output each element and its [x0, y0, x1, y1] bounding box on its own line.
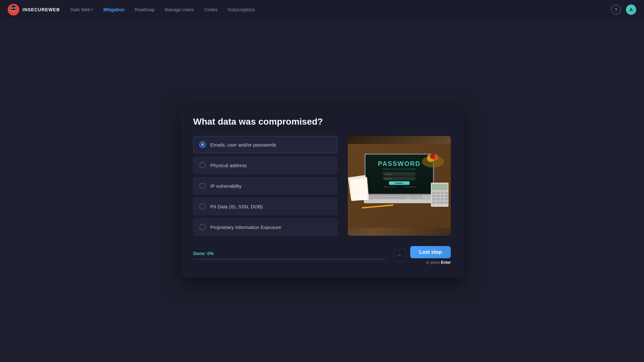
laptop-svg: PASSWORD CHANGE YOUR ACCOUNT OR EMAIL Us…	[348, 144, 451, 228]
svg-rect-35	[410, 197, 412, 198]
nav-right: ? A	[611, 5, 636, 15]
back-button[interactable]: ←	[393, 249, 406, 262]
svg-rect-67	[436, 198, 440, 201]
svg-rect-13	[374, 195, 377, 196]
svg-rect-21	[400, 195, 403, 196]
radio-emails	[199, 141, 206, 148]
logo-icon	[8, 4, 19, 15]
svg-rect-22	[403, 195, 406, 196]
svg-rect-62	[432, 195, 436, 197]
progress-section: Done: 0%	[193, 251, 386, 260]
radio-ip	[199, 183, 206, 189]
options-list: Emails, user and/or passwords Physical a…	[193, 136, 337, 236]
svg-rect-16	[384, 195, 387, 196]
svg-rect-20	[397, 195, 400, 196]
option-physical-label: Physical address	[210, 163, 247, 168]
svg-rect-38	[420, 197, 422, 198]
svg-rect-60	[440, 192, 444, 194]
svg-rect-17	[387, 195, 390, 196]
svg-text:CHANGE YOUR ACCOUNT OR EMAIL: CHANGE YOUR ACCOUNT OR EMAIL	[382, 168, 416, 170]
nav-links: Dark Web ▾ Mitigation Roadmap Manage Use…	[70, 7, 611, 12]
svg-point-76	[430, 154, 435, 159]
option-emails[interactable]: Emails, user and/or passwords	[193, 136, 337, 153]
svg-rect-19	[394, 195, 396, 196]
card-question: What data was compromised?	[193, 117, 451, 127]
svg-rect-31	[378, 197, 380, 198]
svg-rect-69	[445, 198, 448, 201]
svg-rect-65	[445, 195, 448, 197]
svg-rect-25	[413, 195, 416, 196]
svg-point-4	[12, 7, 13, 8]
option-physical[interactable]: Physical address	[193, 157, 337, 174]
svg-rect-58	[432, 192, 436, 194]
laptop-illustration: PASSWORD CHANGE YOUR ACCOUNT OR EMAIL Us…	[348, 136, 451, 236]
svg-rect-64	[440, 195, 444, 197]
svg-rect-37	[416, 197, 419, 198]
option-emails-label: Emails, user and/or passwords	[210, 142, 276, 148]
svg-rect-15	[381, 195, 384, 196]
svg-rect-71	[436, 201, 444, 204]
svg-rect-34	[387, 197, 407, 198]
svg-point-5	[14, 7, 15, 8]
nav-codes[interactable]: Codes	[204, 7, 217, 12]
option-pii-label: PII Data (ID, SSN, DOB)	[210, 204, 263, 209]
svg-rect-14	[378, 195, 380, 196]
svg-rect-61	[445, 192, 448, 194]
radio-proprietary	[199, 224, 206, 230]
svg-rect-12	[371, 195, 374, 196]
main-content: What data was compromised? Emails, user …	[0, 19, 644, 362]
footer-actions: Last step or press Enter	[410, 246, 451, 265]
svg-rect-66	[432, 198, 436, 201]
radio-physical	[199, 162, 206, 168]
avatar[interactable]: A	[626, 5, 636, 15]
svg-text:Password: Password	[385, 178, 392, 180]
footer-nav: ← Last step or press Enter	[393, 246, 451, 265]
card-footer: Done: 0% ← Last step or press Enter	[193, 246, 451, 265]
svg-rect-59	[436, 192, 440, 194]
svg-rect-68	[440, 198, 444, 201]
svg-text:Forgot Password?: Forgot Password?	[404, 186, 416, 188]
logo[interactable]: INSECUREWEB	[8, 4, 60, 15]
chevron-down-icon: ▾	[91, 8, 93, 11]
svg-rect-27	[420, 195, 422, 196]
card: What data was compromised? Emails, user …	[180, 104, 464, 278]
card-body: Emails, user and/or passwords Physical a…	[193, 136, 451, 236]
svg-rect-29	[371, 197, 374, 198]
done-label: Done: 0%	[193, 251, 386, 256]
option-pii[interactable]: PII Data (ID, SSN, DOB)	[193, 198, 337, 215]
svg-rect-26	[416, 195, 419, 196]
logo-text: INSECUREWEB	[23, 7, 60, 12]
option-proprietary-label: Proprietary Information Exposure	[210, 224, 281, 230]
svg-rect-63	[436, 195, 440, 197]
svg-rect-72	[445, 201, 448, 204]
last-step-button[interactable]: Last step	[410, 246, 451, 258]
progress-bar	[193, 259, 386, 260]
svg-rect-30	[374, 197, 377, 198]
option-ip-label: IP vulnerability	[210, 183, 242, 189]
svg-rect-24	[410, 195, 412, 196]
svg-rect-57	[432, 184, 448, 190]
back-icon: ←	[397, 252, 402, 258]
svg-rect-36	[413, 197, 416, 198]
navbar: INSECUREWEB Dark Web ▾ Mitigation Roadma…	[0, 0, 644, 19]
svg-rect-55	[350, 179, 367, 201]
help-button[interactable]: ?	[611, 5, 621, 14]
nav-dark-web[interactable]: Dark Web ▾	[70, 7, 93, 12]
option-proprietary[interactable]: Proprietary Information Exposure	[193, 218, 337, 236]
card-image: PASSWORD CHANGE YOUR ACCOUNT OR EMAIL Us…	[348, 136, 451, 236]
nav-roadmap[interactable]: Roadmap	[135, 7, 155, 12]
option-ip[interactable]: IP vulnerability	[193, 177, 337, 195]
svg-text:Remember Me: Remember Me	[386, 186, 396, 188]
svg-rect-18	[391, 195, 393, 196]
svg-rect-33	[384, 197, 387, 198]
svg-rect-23	[407, 195, 409, 196]
nav-mitigation[interactable]: Mitigation	[103, 7, 125, 12]
nav-subscriptions[interactable]: Subscriptions	[228, 7, 255, 12]
svg-rect-70	[432, 201, 436, 204]
radio-pii	[199, 203, 206, 210]
svg-text:Username: Username	[385, 173, 392, 175]
svg-rect-32	[381, 197, 384, 198]
nav-manage-users[interactable]: Manage Users	[165, 7, 194, 12]
svg-text:CONNECT: CONNECT	[394, 182, 404, 184]
svg-text:PASSWORD: PASSWORD	[378, 160, 421, 167]
